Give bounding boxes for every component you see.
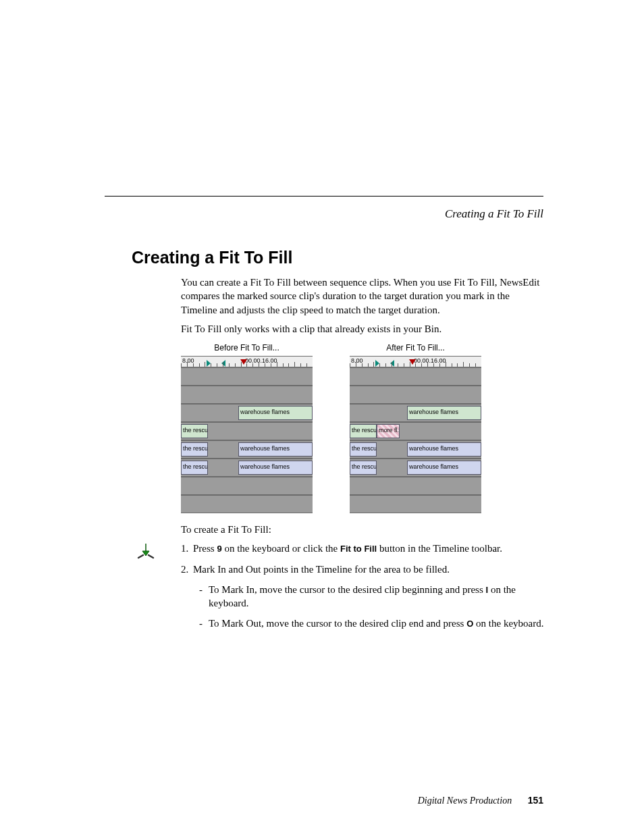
track-row: the rescue bbox=[181, 422, 313, 440]
track-row: the rescue warehouse flames bbox=[181, 459, 313, 477]
clip-rescue: the rescue bbox=[350, 461, 377, 475]
track-row bbox=[181, 367, 313, 386]
ruler-ticks bbox=[181, 362, 313, 367]
section-title: Creating a Fit To Fill bbox=[132, 248, 543, 267]
footer-page-number: 151 bbox=[528, 795, 543, 806]
figure-before-caption: Before Fit To Fill... bbox=[181, 342, 313, 353]
footer-product: Digital News Production bbox=[418, 796, 512, 806]
timeline-ruler: 8.00 00.00.16.00 bbox=[181, 357, 313, 367]
intro-paragraph-2: Fit To Fill only works with a clip that … bbox=[181, 322, 545, 336]
step-2a: - To Mark In, move the cursor to the des… bbox=[199, 583, 545, 610]
track-row bbox=[350, 477, 481, 495]
body-block: You can create a Fit To Fill between seq… bbox=[181, 276, 545, 631]
timeline-ruler: 8.00 00.00.16.00 bbox=[350, 357, 481, 367]
dash-bullet: - bbox=[199, 583, 209, 610]
clip-warehouse: warehouse flames bbox=[238, 406, 313, 420]
clip-warehouse: warehouse flames bbox=[407, 442, 481, 457]
steps-intro: To create a Fit To Fill: bbox=[181, 523, 545, 536]
clip-more: more fl... bbox=[377, 424, 400, 438]
figure-row: Before Fit To Fill... 8.00 00.00.16.00 bbox=[181, 342, 545, 513]
track-row bbox=[181, 495, 313, 513]
running-header: Creating a Fit To Fill bbox=[105, 207, 543, 221]
track-row: warehouse flames bbox=[181, 404, 313, 422]
clip-rescue: the rescue bbox=[181, 442, 208, 457]
track-row bbox=[181, 386, 313, 404]
track-row bbox=[350, 386, 481, 404]
clip-rescue: the rescue bbox=[350, 424, 377, 438]
button-name-fit-to-fill: Fit to Fill bbox=[340, 544, 377, 554]
step-number: 2. bbox=[181, 563, 193, 576]
steps-with-icon: 1. Press 9 on the keyboard or click the … bbox=[181, 542, 545, 630]
step-1: 1. Press 9 on the keyboard or click the … bbox=[181, 542, 545, 555]
page-footer: Digital News Production 151 bbox=[105, 795, 543, 806]
intro-paragraph-1: You can create a Fit To Fill between seq… bbox=[181, 276, 545, 317]
clip-warehouse: warehouse flames bbox=[238, 442, 313, 457]
step-number: 1. bbox=[181, 542, 193, 555]
step-2b: - To Mark Out, move the cursor to the de… bbox=[199, 617, 545, 630]
fit-to-fill-icon bbox=[136, 542, 156, 565]
timeline-after: 8.00 00.00.16.00 warehouse flames bbox=[350, 356, 481, 513]
timeline-before: 8.00 00.00.16.00 warehouse flames bbox=[181, 356, 313, 513]
step-list: 1. Press 9 on the keyboard or click the … bbox=[181, 542, 545, 630]
clip-warehouse: warehouse flames bbox=[238, 461, 313, 475]
track-row bbox=[350, 367, 481, 386]
key-9: 9 bbox=[217, 544, 221, 554]
clip-rescue: the rescue bbox=[181, 461, 208, 475]
header-rule bbox=[105, 196, 543, 197]
clip-warehouse: warehouse flames bbox=[407, 406, 481, 420]
clip-rescue: the rescue bbox=[350, 442, 377, 457]
step-1-text: Press 9 on the keyboard or click the Fit… bbox=[193, 542, 502, 555]
key-o: O bbox=[466, 619, 473, 629]
page-content: Creating a Fit To Fill Creating a Fit To… bbox=[105, 196, 543, 637]
track-row: the rescue more fl... bbox=[350, 422, 481, 440]
ruler-ticks bbox=[350, 362, 481, 367]
track-row: the rescue warehouse flames bbox=[181, 440, 313, 459]
figure-before: Before Fit To Fill... 8.00 00.00.16.00 bbox=[181, 342, 313, 513]
track-row: the rescue warehouse flames bbox=[350, 440, 481, 459]
track-row bbox=[181, 477, 313, 495]
figure-after-caption: After Fit To Fill... bbox=[350, 342, 481, 353]
step-2: 2. Mark In and Out points in the Timelin… bbox=[181, 563, 545, 576]
track-row bbox=[350, 495, 481, 513]
step-2a-text: To Mark In, move the cursor to the desir… bbox=[209, 583, 545, 610]
step-2-text: Mark In and Out points in the Timeline f… bbox=[193, 563, 450, 576]
clip-warehouse: warehouse flames bbox=[407, 461, 481, 475]
figure-after: After Fit To Fill... 8.00 00.00.16.00 bbox=[350, 342, 481, 513]
step-2b-text: To Mark Out, move the cursor to the desi… bbox=[209, 617, 543, 630]
track-row: warehouse flames bbox=[350, 404, 481, 422]
dash-bullet: - bbox=[199, 617, 209, 630]
clip-rescue: the rescue bbox=[181, 424, 208, 438]
track-row: the rescue warehouse flames bbox=[350, 459, 481, 477]
